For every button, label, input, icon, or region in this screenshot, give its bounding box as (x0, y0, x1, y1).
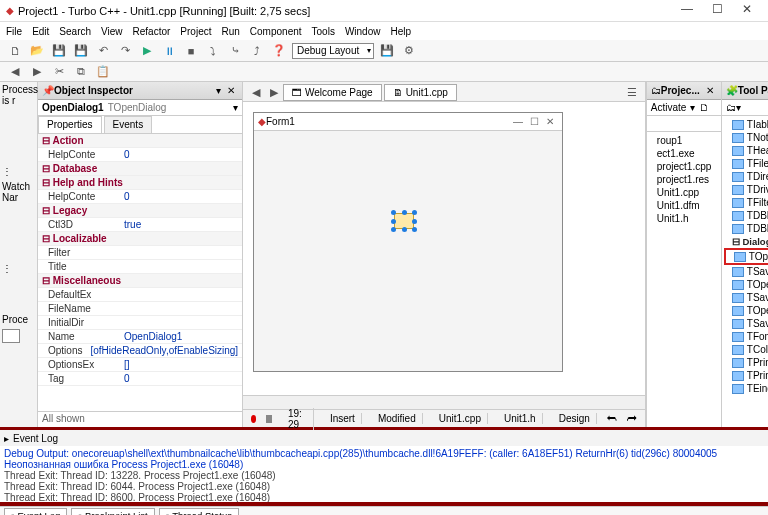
copy-button[interactable]: ⧉ (72, 63, 90, 81)
project-close-button[interactable]: ✕ (703, 85, 717, 96)
cut-button[interactable]: ✂ (50, 63, 68, 81)
form1-min[interactable]: — (510, 116, 526, 127)
palette-item[interactable]: TDirectory... (724, 170, 768, 183)
bottom-tab-breakpoint-list[interactable]: ▫Breakpoint List (71, 508, 154, 515)
project-tree-item[interactable]: Unit1.dfm (649, 199, 719, 212)
activate-button[interactable]: Activate (651, 102, 687, 113)
prop-row[interactable]: FileName (38, 302, 242, 316)
prop-row[interactable]: Options[ofHideReadOnly,ofEnableSizing] (38, 344, 242, 358)
prop-category[interactable]: ⊟ Legacy (38, 204, 242, 218)
palette-item[interactable]: TPrintDialog (724, 356, 768, 369)
new-file-icon[interactable]: 🗋 (699, 102, 709, 113)
prop-row[interactable]: Tag0 (38, 372, 242, 386)
event-log-text[interactable]: Debug Output: onecoreuap\shell\ext\thumb… (0, 446, 768, 502)
oi-close-button[interactable]: ✕ (224, 85, 238, 96)
tab-options-icon[interactable]: ☰ (623, 83, 641, 101)
paste-button[interactable]: 📋 (94, 63, 112, 81)
step-out-button[interactable]: ⤴ (248, 42, 266, 60)
history-fwd-icon[interactable]: ⮫ (627, 413, 637, 424)
left-search-input[interactable] (2, 329, 20, 343)
menu-view[interactable]: View (101, 26, 123, 37)
palette-item[interactable]: TDBLooku... (724, 222, 768, 235)
history-icon[interactable]: ⮪ (607, 413, 617, 424)
prop-value[interactable]: 0 (120, 190, 242, 203)
save-layout-button[interactable]: 💾 (378, 42, 396, 60)
tab-next-button[interactable]: ▶ (265, 83, 283, 101)
tool-palette-list[interactable]: TIabbed...TNotebookTHeaderTFileListBoxTD… (722, 116, 768, 427)
palette-item[interactable]: TOpenTe... (724, 304, 768, 317)
stop-icon[interactable] (266, 415, 271, 423)
project-tree-item[interactable]: Unit1.cpp (649, 186, 719, 199)
prop-value[interactable]: OpenDialog1 (120, 330, 242, 343)
chevron-down-icon[interactable]: ▾ (690, 102, 695, 113)
bottom-tab-thread-status[interactable]: ▫Thread Status (159, 508, 239, 515)
palette-item[interactable]: TFilterCo... (724, 196, 768, 209)
menu-file[interactable]: File (6, 26, 22, 37)
project-tree-item[interactable]: project1.res (649, 173, 719, 186)
prop-category[interactable]: ⊟ Database (38, 162, 242, 176)
palette-item[interactable]: TSaveTe... (724, 317, 768, 330)
step-into-button[interactable]: ⤷ (226, 42, 244, 60)
palette-item[interactable]: TColorDia... (724, 343, 768, 356)
layout-dropdown[interactable]: Debug Layout (292, 43, 374, 59)
tab-unit1[interactable]: 🗎Unit1.cpp (384, 84, 457, 101)
prop-row[interactable]: OptionsEx[] (38, 358, 242, 372)
save-all-button[interactable]: 💾 (72, 42, 90, 60)
prop-category[interactable]: ⊟ Localizable (38, 232, 242, 246)
form1-max[interactable]: ☐ (526, 116, 542, 127)
chevron-down-icon[interactable]: ▾ (233, 102, 238, 113)
palette-item[interactable]: THeader (724, 144, 768, 157)
prop-category[interactable]: ⊟ Help and Hints (38, 176, 242, 190)
close-button[interactable]: ✕ (732, 2, 762, 20)
project-tree-item[interactable]: ect1.exe (649, 147, 719, 160)
help-icon[interactable]: ❓ (270, 42, 288, 60)
oi-dropdown-icon[interactable]: ▾ (213, 85, 224, 96)
pin-icon[interactable]: 📌 (42, 85, 54, 96)
palette-item[interactable]: TOpenPic... (724, 278, 768, 291)
prop-value[interactable] (120, 246, 242, 259)
process-dock-tab[interactable]: Proce (2, 314, 35, 325)
prop-value[interactable]: 0 (120, 148, 242, 161)
palette-dropdown-icon[interactable]: 🗂▾ (726, 102, 741, 113)
new-button[interactable]: 🗋 (6, 42, 24, 60)
prop-row[interactable]: Filter (38, 246, 242, 260)
form1-window[interactable]: ◆ Form1 — ☐ ✕ (253, 112, 563, 372)
menu-component[interactable]: Component (250, 26, 302, 37)
prop-value[interactable]: 0 (120, 372, 242, 385)
undo-button[interactable]: ↶ (94, 42, 112, 60)
oi-tab-properties[interactable]: Properties (38, 116, 102, 133)
palette-item[interactable]: TPrinterS... (724, 369, 768, 382)
menu-refactor[interactable]: Refactor (133, 26, 171, 37)
tab-welcome[interactable]: 🗔Welcome Page (283, 84, 382, 101)
prop-row[interactable]: Ctl3Dtrue (38, 218, 242, 232)
project-tree-item[interactable]: Unit1.h (649, 212, 719, 225)
stop-button[interactable]: ■ (182, 42, 200, 60)
pause-button[interactable]: ⏸ (160, 42, 178, 60)
palette-item[interactable]: TIabbed... (724, 118, 768, 131)
palette-item[interactable]: TFontDialog (724, 330, 768, 343)
palette-item[interactable]: TSaveDialog (724, 265, 768, 278)
oi-component-name[interactable]: OpenDialog1 (42, 102, 104, 113)
watch-dock-tab[interactable]: Watch Nar (2, 181, 35, 203)
prop-value[interactable]: true (120, 218, 242, 231)
forward-button[interactable]: ▶ (28, 63, 46, 81)
menu-project[interactable]: Project (180, 26, 211, 37)
open-button[interactable]: 📂 (28, 42, 46, 60)
prop-row[interactable]: HelpConte0 (38, 190, 242, 204)
palette-item[interactable]: TFileListBox (724, 157, 768, 170)
prop-row[interactable]: HelpConte0 (38, 148, 242, 162)
menu-help[interactable]: Help (390, 26, 411, 37)
menu-run[interactable]: Run (221, 26, 239, 37)
menu-edit[interactable]: Edit (32, 26, 49, 37)
palette-item[interactable]: TEindDial (724, 382, 768, 395)
run-button[interactable]: ▶ (138, 42, 156, 60)
opendialog-component[interactable] (394, 213, 414, 229)
project-tree-item[interactable]: project1.cpp (649, 160, 719, 173)
palette-category[interactable]: ⊟ Dialogs (724, 235, 768, 248)
prop-row[interactable]: DefaultEx (38, 288, 242, 302)
status-file[interactable]: Unit1.cpp (433, 413, 488, 424)
prop-value[interactable] (120, 260, 242, 273)
prop-row[interactable]: NameOpenDialog1 (38, 330, 242, 344)
prop-value[interactable]: [] (120, 358, 242, 371)
structure-dock-tab[interactable]: Process is r (2, 84, 35, 106)
